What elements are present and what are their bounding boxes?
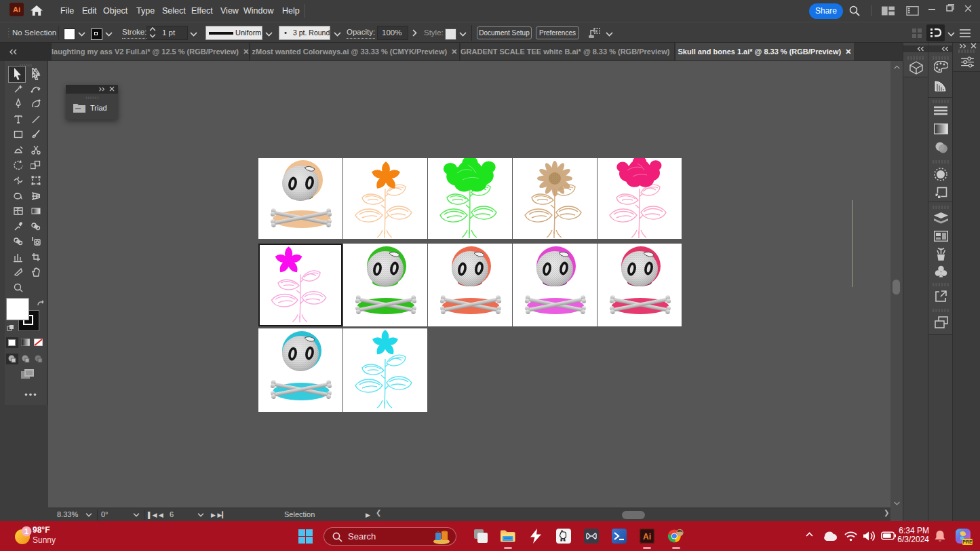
svg-text:Ai: Ai bbox=[643, 532, 651, 542]
svg-text:1: 1 bbox=[24, 527, 28, 535]
svg-text:PRE: PRE bbox=[962, 539, 973, 544]
